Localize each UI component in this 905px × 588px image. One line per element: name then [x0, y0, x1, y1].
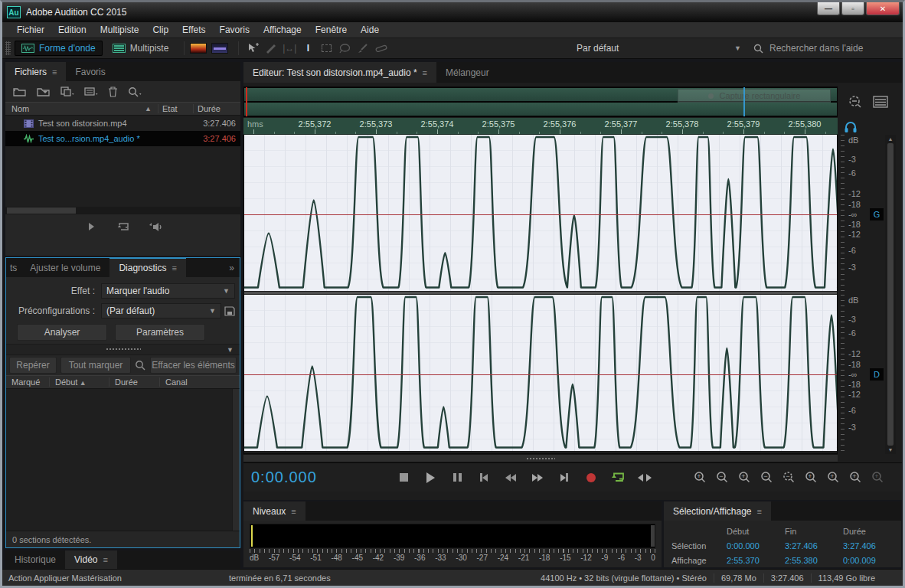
- horizontal-scrollbar[interactable]: [243, 454, 838, 462]
- clear-marked-button[interactable]: Effacer les éléments: [150, 357, 237, 374]
- files-autoplay-button[interactable]: [149, 222, 162, 232]
- close-button[interactable]: ✕: [866, 2, 900, 15]
- scroll-up-icon[interactable]: ▲: [888, 136, 894, 142]
- tab-overflow-chevron[interactable]: »: [224, 258, 240, 277]
- tab-history[interactable]: Historique: [5, 550, 65, 569]
- playhead-time-display[interactable]: 0:00.000: [243, 469, 397, 486]
- file-row[interactable]: Test son distorsion.mp43:27.406: [5, 116, 240, 131]
- pause-button[interactable]: [450, 472, 464, 484]
- files-horizontal-scrollbar[interactable]: [5, 207, 240, 214]
- timeline-ruler[interactable]: hms2:55,3722:55,3732:55,3742:55,3752:55,…: [243, 118, 838, 135]
- waveform-display[interactable]: [243, 135, 838, 454]
- waveform-channel-left[interactable]: [244, 135, 837, 291]
- channel-left-badge[interactable]: G: [870, 208, 884, 220]
- zoom-in-time-button[interactable]: +: [737, 471, 752, 485]
- panel-menu-icon[interactable]: ≡: [103, 555, 108, 564]
- selection-time-value[interactable]: 3:27.406: [785, 541, 843, 550]
- new-item-icon[interactable]: [60, 87, 74, 96]
- tab-effects-cut[interactable]: ts: [6, 258, 21, 277]
- zoom-in-right-button[interactable]: +: [825, 471, 841, 485]
- find-button[interactable]: Repérer: [9, 357, 57, 374]
- overview-playhead[interactable]: [246, 87, 247, 116]
- file-row[interactable]: Test so...rsion.mp4_audio *3:27.406: [5, 131, 240, 146]
- channel-right-badge[interactable]: D: [870, 368, 884, 381]
- diag-column-marqué[interactable]: Marqué: [6, 377, 49, 387]
- diag-column-canal[interactable]: Canal: [159, 377, 240, 387]
- multitrack-view-button[interactable]: Multipiste: [106, 41, 176, 56]
- menu-effets[interactable]: Effets: [175, 23, 212, 37]
- tab-editor[interactable]: Editeur: Test son distorsion.mp4_audio *…: [243, 62, 436, 83]
- column-header-state[interactable]: Etat: [158, 104, 193, 113]
- save-preset-icon[interactable]: [224, 306, 235, 316]
- open-file-icon[interactable]: [13, 87, 27, 96]
- menu-affichage[interactable]: Affichage: [256, 23, 309, 37]
- rewind-button[interactable]: [504, 472, 518, 484]
- zoom-reset-button[interactable]: −: [781, 471, 796, 485]
- zoom-to-selection-button[interactable]: +: [848, 471, 863, 485]
- selection-time-value[interactable]: 2:55.380: [785, 556, 843, 565]
- tab-favorites[interactable]: Favoris: [66, 62, 114, 81]
- column-header-name[interactable]: Nom▲: [5, 104, 158, 113]
- scroll-down-icon[interactable]: ▼: [888, 447, 894, 452]
- zoom-out-time-button[interactable]: −: [759, 471, 774, 485]
- slip-tool-icon[interactable]: |↔|: [281, 41, 298, 55]
- selection-time-value[interactable]: 2:55.370: [727, 556, 785, 565]
- panel-menu-icon[interactable]: ≡: [172, 263, 176, 273]
- tab-video[interactable]: Vidéo≡: [65, 550, 117, 569]
- tab-mixer[interactable]: Mélangeur: [436, 62, 498, 83]
- effect-dropdown[interactable]: Marquer l'audio▼: [101, 283, 235, 299]
- search-files-icon[interactable]: [128, 87, 142, 97]
- collapse-chevron-icon[interactable]: ▼: [227, 346, 234, 354]
- zoom-reset-icon[interactable]: [847, 94, 864, 109]
- marquee-selection-tool-icon[interactable]: [318, 41, 335, 55]
- tab-match-volume[interactable]: Ajuster le volume: [21, 258, 109, 277]
- panel-divider[interactable]: ▼: [6, 344, 240, 355]
- stop-button[interactable]: [397, 472, 410, 484]
- move-tool-icon[interactable]: [244, 41, 261, 55]
- spectral-pitch-icon[interactable]: [211, 43, 228, 54]
- tab-diagnostics[interactable]: Diagnostics≡: [109, 258, 185, 277]
- menu-edition[interactable]: Edition: [51, 23, 93, 37]
- files-loop-button[interactable]: [117, 221, 130, 232]
- spot-healing-tool-icon[interactable]: [373, 41, 390, 55]
- selection-time-value[interactable]: 0:00.000: [727, 541, 785, 550]
- help-search-field[interactable]: Rechercher dans l'aide: [753, 43, 895, 54]
- panel-menu-icon[interactable]: ≡: [291, 507, 296, 516]
- panel-menu-icon[interactable]: ≡: [757, 507, 762, 516]
- fast-forward-button[interactable]: [531, 472, 544, 484]
- selection-time-value[interactable]: 3:27.406: [843, 541, 901, 550]
- analyze-button[interactable]: Analyser: [17, 324, 107, 341]
- workspace-dropdown[interactable]: Par défaut ▼: [577, 43, 741, 54]
- menu-clip[interactable]: Clip: [145, 23, 175, 37]
- spectral-frequency-icon[interactable]: [190, 43, 207, 54]
- tab-selection-display[interactable]: Sélection/Affichage≡: [664, 501, 771, 521]
- selection-time-value[interactable]: 0:00.009: [843, 556, 901, 565]
- monitor-headphones-icon[interactable]: [844, 120, 858, 133]
- menu-fenêtre[interactable]: Fenêtre: [309, 23, 354, 37]
- trash-icon[interactable]: [108, 87, 118, 97]
- lasso-selection-tool-icon[interactable]: [336, 41, 353, 55]
- insert-multitrack-icon[interactable]: [84, 87, 98, 96]
- diagnostics-scrollbar[interactable]: [232, 389, 240, 531]
- menu-favoris[interactable]: Favoris: [213, 23, 256, 37]
- mark-all-button[interactable]: Tout marquer: [60, 357, 131, 374]
- panel-menu-icon[interactable]: ≡: [423, 68, 427, 77]
- diag-column-durée[interactable]: Durée: [109, 377, 159, 387]
- import-file-icon[interactable]: [37, 87, 51, 96]
- razor-tool-icon[interactable]: [263, 41, 279, 55]
- files-play-button[interactable]: [85, 220, 99, 233]
- time-selection-tool-icon[interactable]: I: [299, 41, 316, 55]
- record-button[interactable]: [584, 472, 598, 484]
- skip-selection-button[interactable]: [638, 472, 652, 484]
- settings-button[interactable]: Paramètres: [115, 324, 205, 341]
- maximize-button[interactable]: ▫: [841, 2, 864, 15]
- menu-fichier[interactable]: Fichier: [10, 23, 51, 37]
- menu-aide[interactable]: Aide: [354, 23, 386, 37]
- vertical-scrollbar[interactable]: ▲▼: [885, 135, 896, 454]
- paintbrush-tool-icon[interactable]: [354, 41, 371, 55]
- menu-multipiste[interactable]: Multipiste: [93, 23, 146, 37]
- waveform-channel-right[interactable]: [244, 295, 837, 451]
- diag-column-début[interactable]: Début ▲: [49, 377, 109, 387]
- presets-dropdown[interactable]: (Par défaut)▼: [101, 303, 221, 318]
- zoom-out-amplitude-button[interactable]: −: [714, 471, 730, 485]
